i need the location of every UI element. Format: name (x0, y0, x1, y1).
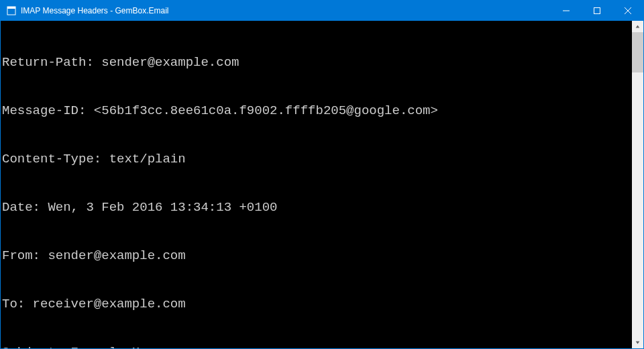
svg-marker-6 (636, 25, 640, 28)
header-line: Subject: Example Message (2, 344, 632, 348)
scroll-track[interactable] (632, 32, 643, 337)
svg-rect-3 (594, 8, 600, 14)
content-area: Return-Path: sender@example.com Message-… (1, 21, 643, 348)
minimize-button[interactable] (551, 1, 582, 21)
header-line: Message-ID: <56b1f3cc.8ee61c0a.f9002.fff… (2, 103, 632, 119)
close-button[interactable] (612, 1, 643, 21)
scroll-down-arrow-icon[interactable] (632, 337, 643, 348)
svg-marker-7 (636, 341, 640, 344)
header-line: From: sender@example.com (2, 248, 632, 264)
app-icon (6, 5, 17, 16)
maximize-button[interactable] (582, 1, 612, 21)
header-line: Date: Wen, 3 Feb 2016 13:34:13 +0100 (2, 199, 632, 215)
svg-rect-1 (7, 7, 15, 9)
header-line: To: receiver@example.com (2, 296, 632, 312)
window-controls (551, 1, 643, 21)
header-line: Return-Path: sender@example.com (2, 54, 632, 70)
window-title: IMAP Message Headers - GemBox.Email (21, 1, 551, 21)
titlebar[interactable]: IMAP Message Headers - GemBox.Email (1, 1, 643, 21)
scroll-up-arrow-icon[interactable] (632, 21, 643, 32)
scroll-thumb[interactable] (632, 32, 643, 72)
console-output: Return-Path: sender@example.com Message-… (1, 21, 632, 348)
vertical-scrollbar[interactable] (632, 21, 643, 348)
header-line: Content-Type: text/plain (2, 151, 632, 167)
